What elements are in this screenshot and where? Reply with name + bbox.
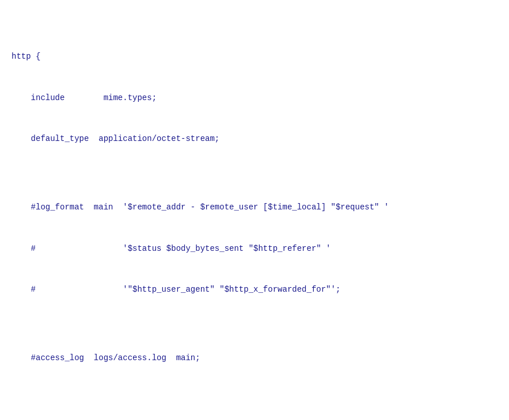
code-line: include mime.types; [12,91,497,105]
code-line: default_type application/octet-stream; [12,132,497,146]
code-line: http { [12,50,497,64]
code-line: # '$status $body_bytes_sent "$http_refer… [12,242,497,256]
code-editor: http { include mime.types; default_type … [12,9,497,420]
code-line: # '"$http_user_agent" "$http_x_forwarded… [12,283,497,297]
code-line: #access_log logs/access.log main; [12,352,497,365]
code-line: #log_format main '$remote_addr - $remote… [12,201,497,215]
